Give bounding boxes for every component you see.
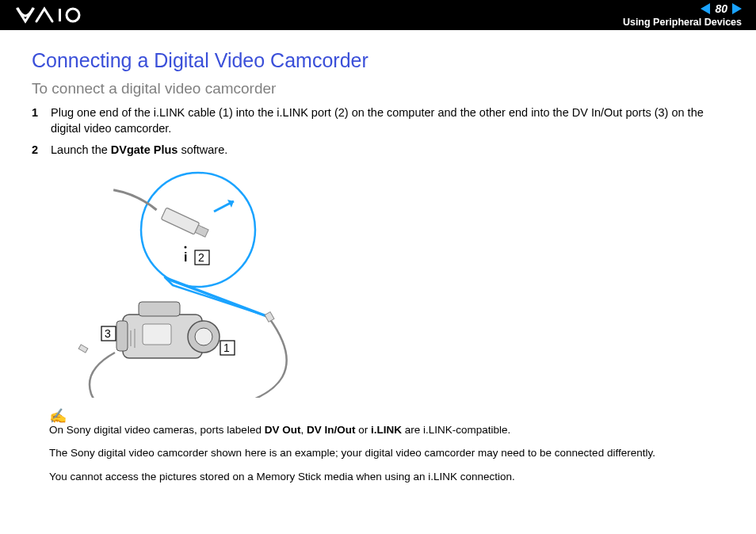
svg-point-6 — [185, 246, 187, 248]
prev-page-arrow[interactable] — [701, 3, 710, 14]
svg-rect-0 — [59, 9, 61, 21]
svg-rect-17 — [78, 345, 88, 353]
svg-rect-16 — [265, 311, 274, 322]
diagram-label-2: 2 — [198, 251, 204, 264]
note-line: You cannot access the pictures stored on… — [49, 470, 724, 484]
step-item: 1 Plug one end of the i.LINK cable (1) i… — [32, 105, 724, 136]
breadcrumb[interactable]: Using Peripheral Devices — [623, 17, 742, 28]
svg-rect-13 — [143, 324, 171, 345]
svg-point-1 — [67, 9, 79, 21]
next-page-arrow[interactable] — [732, 3, 742, 14]
svg-rect-12 — [139, 302, 180, 316]
step-number: 1 — [32, 105, 51, 136]
step-text: Plug one end of the i.LINK cable (1) int… — [51, 105, 724, 136]
note-icon: ✍ — [49, 407, 724, 425]
svg-text:i: i — [184, 250, 187, 264]
diagram-label-1: 1 — [223, 341, 230, 354]
notes-section: On Sony digital video cameras, ports lab… — [49, 423, 724, 484]
step-text: Launch the DVgate Plus software. — [51, 143, 724, 158]
step-number: 2 — [32, 143, 51, 158]
page-content: Connecting a Digital Video Camcorder To … — [0, 30, 756, 483]
steps-list: 1 Plug one end of the i.LINK cable (1) i… — [32, 105, 724, 158]
note-line: The Sony digital video camcorder shown h… — [49, 446, 724, 460]
page-title: Connecting a Digital Video Camcorder — [32, 49, 724, 72]
vaio-logo — [16, 6, 103, 24]
connection-diagram: i 2 3 1 — [48, 168, 724, 401]
svg-rect-9 — [116, 321, 128, 351]
header-bar: 80 Using Peripheral Devices — [0, 0, 756, 30]
svg-point-11 — [195, 328, 212, 345]
page-subtitle: To connect a digital video camcorder — [32, 80, 724, 97]
diagram-label-3: 3 — [105, 327, 111, 340]
note-line: On Sony digital video cameras, ports lab… — [49, 423, 724, 437]
step-item: 2 Launch the DVgate Plus software. — [32, 143, 724, 158]
page-number: 80 — [715, 2, 727, 15]
